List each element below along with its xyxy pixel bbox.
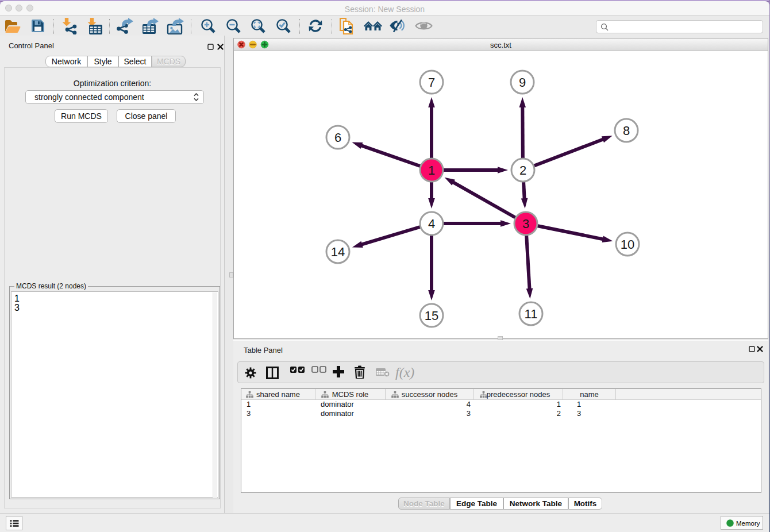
svg-text:15: 15 xyxy=(425,309,438,323)
svg-text:2: 2 xyxy=(519,163,526,178)
svg-text:9: 9 xyxy=(519,75,526,90)
svg-text:1: 1 xyxy=(428,163,435,178)
svg-text:7: 7 xyxy=(428,75,435,90)
svg-text:10: 10 xyxy=(621,237,634,252)
svg-text:14: 14 xyxy=(331,245,345,259)
svg-text:11: 11 xyxy=(525,307,538,321)
svg-text:3: 3 xyxy=(522,217,529,231)
svg-text:6: 6 xyxy=(334,130,341,145)
svg-text:8: 8 xyxy=(623,124,630,138)
svg-text:4: 4 xyxy=(428,217,435,231)
